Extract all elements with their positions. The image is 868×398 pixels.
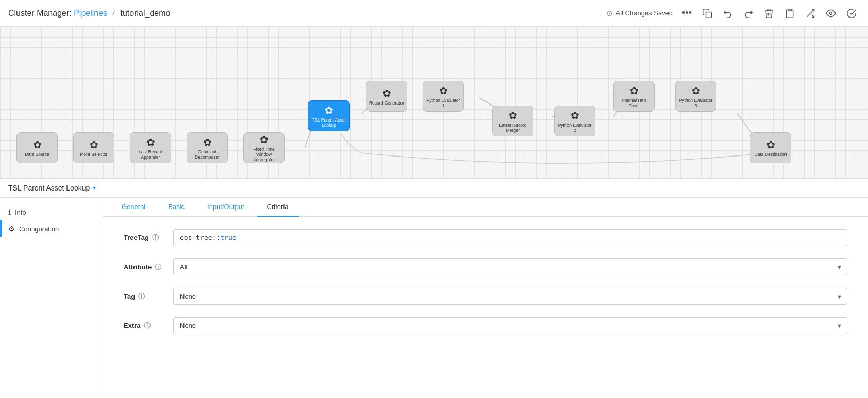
selected-node-dropdown-arrow[interactable]: ▾ xyxy=(93,184,96,192)
node-cumulant-decomposer[interactable]: ✿ Cumulant Decomposer xyxy=(187,132,228,163)
breadcrumb-separator: / xyxy=(113,9,115,18)
node-last-record-appender[interactable]: ✿ Last Record Appender xyxy=(130,132,171,163)
eye-icon xyxy=(826,8,836,19)
attribute-label: Attribute ⓘ xyxy=(124,263,165,272)
internal-http-client-label: Internal Http Client xyxy=(614,98,654,108)
node-python-evaluator-1[interactable]: ✿ Python Evaluator 1 xyxy=(423,81,464,112)
node-record-generator[interactable]: ✿ Record Generator xyxy=(366,81,407,112)
fixed-time-window-label: Fixed Time Window Aggregator xyxy=(244,147,284,163)
python-evaluator-3-label: Python Evaluator 3 xyxy=(676,98,716,108)
attribute-info-icon[interactable]: ⓘ xyxy=(155,263,161,272)
treetag-label: TreeTag ⓘ xyxy=(124,233,165,243)
treetag-input[interactable]: eos_tree::true xyxy=(173,229,847,246)
python-evaluator-2-icon: ✿ xyxy=(571,109,579,122)
preview-button[interactable] xyxy=(823,6,839,21)
point-selector-icon: ✿ xyxy=(90,139,98,151)
tabs-container: General Basic Input/Output Criteria Tree… xyxy=(103,198,868,398)
node-python-evaluator-2[interactable]: ✿ Python Evaluator 2 xyxy=(554,106,595,136)
sidebar-item-configuration[interactable]: ⚙ Configuration xyxy=(0,220,103,237)
node-fixed-time-window[interactable]: ✿ Fixed Time Window Aggregator xyxy=(243,132,285,163)
config-sidebar-icon: ⚙ xyxy=(8,224,15,233)
left-sidebar: ℹ Info ⚙ Configuration xyxy=(0,198,103,398)
python-evaluator-1-icon: ✿ xyxy=(439,84,448,97)
tsl-label: TSL Parent Asset Lookup xyxy=(308,117,349,128)
sidebar-item-info-label: Info xyxy=(15,209,26,216)
last-record-appender-label: Last Record Appender xyxy=(130,149,171,160)
cumulant-decomposer-icon: ✿ xyxy=(203,136,212,148)
python-evaluator-3-icon: ✿ xyxy=(692,84,700,97)
python-evaluator-1-label: Python Evaluator 1 xyxy=(423,98,463,108)
extra-label: Extra ⓘ xyxy=(124,321,165,331)
attribute-select-wrapper: All None ▼ xyxy=(173,258,847,275)
tsl-icon: ✿ xyxy=(325,104,333,116)
pipelines-link[interactable]: Pipelines xyxy=(74,9,107,18)
form-row-extra: Extra ⓘ None All ▼ xyxy=(124,317,847,334)
extra-select[interactable]: None All xyxy=(173,317,847,334)
tag-select-wrapper: None All ▼ xyxy=(173,288,847,305)
app-header: Cluster Manager: Pipelines / tutorial_de… xyxy=(0,0,868,27)
treetag-value: true xyxy=(220,234,236,241)
panel-content: ℹ Info ⚙ Configuration General Basic Inp… xyxy=(0,198,868,398)
checkmark-icon xyxy=(846,8,857,19)
fixed-time-window-icon: ✿ xyxy=(260,133,269,146)
treetag-prefix: eos_tree:: xyxy=(180,234,220,241)
bottom-panel: TSL Parent Asset Lookup ▾ ℹ Info ⚙ Confi… xyxy=(0,179,868,398)
tag-select[interactable]: None All xyxy=(173,288,847,305)
python-evaluator-2-label: Python Evaluator 2 xyxy=(555,123,595,133)
extra-info-icon[interactable]: ⓘ xyxy=(144,321,151,331)
node-point-selector[interactable]: ✿ Point Selector xyxy=(73,132,114,163)
node-internal-http-client[interactable]: ✿ Internal Http Client xyxy=(613,81,655,112)
app-name: Cluster Manager: xyxy=(8,9,72,18)
node-tsl-parent-lookup[interactable]: ✿ TSL Parent Asset Lookup xyxy=(308,100,350,131)
tab-criteria[interactable]: Criteria xyxy=(257,198,299,217)
save-status: ⊙ All Changes Saved xyxy=(606,9,673,18)
svg-rect-0 xyxy=(706,12,712,18)
treetag-info-icon[interactable]: ⓘ xyxy=(152,233,159,243)
latest-record-merger-icon: ✿ xyxy=(509,109,518,122)
node-data-destination[interactable]: ✿ Data Destination xyxy=(750,132,791,163)
record-generator-icon: ✿ xyxy=(382,87,391,99)
tab-basic[interactable]: Basic xyxy=(158,198,195,217)
form-row-treetag: TreeTag ⓘ eos_tree::true xyxy=(124,229,847,246)
tag-info-icon[interactable]: ⓘ xyxy=(138,292,145,301)
latest-record-merger-label: Latest Record Merger xyxy=(493,123,533,133)
breadcrumb: Cluster Manager: Pipelines / tutorial_de… xyxy=(8,9,170,18)
data-destination-label: Data Destination xyxy=(753,152,789,157)
redo-button[interactable] xyxy=(740,6,757,21)
copy-button[interactable] xyxy=(699,6,715,21)
paste-icon xyxy=(784,8,795,19)
shuffle-icon xyxy=(805,8,815,19)
header-actions: ••• xyxy=(679,6,860,21)
attribute-select[interactable]: All None xyxy=(173,258,847,275)
info-sidebar-icon: ℹ xyxy=(8,208,11,216)
svg-rect-1 xyxy=(788,9,792,10)
more-button[interactable]: ••• xyxy=(679,6,695,21)
extra-select-wrapper: None All ▼ xyxy=(173,317,847,334)
shuffle-button[interactable] xyxy=(802,6,819,21)
form-content: TreeTag ⓘ eos_tree::true Attribute ⓘ xyxy=(103,217,868,398)
point-selector-label: Point Selector xyxy=(78,152,110,157)
redo-icon xyxy=(743,8,754,19)
sidebar-item-info[interactable]: ℹ Info xyxy=(0,204,103,220)
node-data-source[interactable]: ✿ Data Source xyxy=(16,132,58,163)
delete-button[interactable] xyxy=(761,6,777,21)
save-status-text: All Changes Saved xyxy=(616,9,673,17)
form-row-tag: Tag ⓘ None All ▼ xyxy=(124,288,847,305)
tab-input-output[interactable]: Input/Output xyxy=(197,198,255,217)
data-destination-icon: ✿ xyxy=(766,139,775,151)
node-python-evaluator-3[interactable]: ✿ Python Evaluator 3 xyxy=(675,81,716,112)
cumulant-decomposer-label: Cumulant Decomposer xyxy=(187,149,227,160)
node-latest-record-merger[interactable]: ✿ Latest Record Merger xyxy=(492,106,533,136)
undo-icon xyxy=(723,8,733,19)
record-generator-label: Record Generator xyxy=(367,100,406,106)
tab-general[interactable]: General xyxy=(111,198,156,217)
pipeline-canvas[interactable]: ✿ Data Source ✿ Point Selector ✿ Last Re… xyxy=(0,27,868,179)
undo-button[interactable] xyxy=(720,6,736,21)
svg-point-4 xyxy=(830,12,832,14)
validate-button[interactable] xyxy=(843,6,860,21)
data-source-label: Data Source xyxy=(23,152,51,157)
sidebar-item-configuration-label: Configuration xyxy=(19,225,59,233)
copy-icon xyxy=(702,8,712,19)
paste-button[interactable] xyxy=(781,6,798,21)
demo-name: tutorial_demo xyxy=(120,9,170,18)
